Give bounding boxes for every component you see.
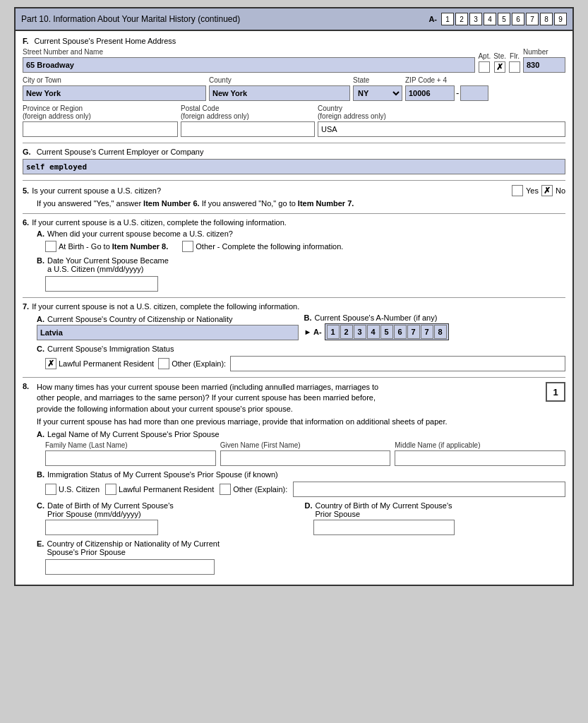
- country-input[interactable]: [318, 121, 565, 137]
- postal-input[interactable]: [181, 121, 315, 137]
- street-input[interactable]: [23, 57, 475, 73]
- q8-citizenship-input[interactable]: [45, 559, 215, 575]
- country-label: Country (foreign address only): [318, 104, 565, 120]
- zip-label: ZIP Code + 4: [405, 76, 565, 84]
- q6-a-label: A.: [37, 229, 44, 238]
- page-num-2[interactable]: 2: [455, 13, 468, 25]
- page-num-5[interactable]: 5: [498, 13, 510, 25]
- page-num-1[interactable]: 1: [441, 13, 454, 25]
- employer-input[interactable]: [23, 159, 565, 174]
- q7-lawful-label: Lawful Permanent Resident: [59, 359, 154, 368]
- given-name-input[interactable]: [220, 450, 391, 466]
- a-num-9[interactable]: 8: [434, 325, 447, 339]
- q5-item6-label: Item Number 6.: [143, 199, 199, 208]
- q8-b-label: B.: [37, 470, 44, 479]
- q8-a-section: A. Legal Name of My Current Spouse's Pri…: [37, 430, 565, 466]
- q8-e-section: E. Country of Citizenship or Nationality…: [37, 539, 565, 575]
- q6-text: If your current spouse is a U.S. citizen…: [32, 218, 287, 227]
- q7-lawful-checkbox[interactable]: [45, 358, 56, 369]
- section-f: F. Current Spouse's Present Home Address…: [23, 37, 565, 137]
- apt-checkbox[interactable]: [479, 61, 490, 73]
- apt-number-input[interactable]: [523, 57, 565, 73]
- q5-yes-checkbox[interactable]: [512, 185, 523, 196]
- q7-country-input[interactable]: [37, 325, 299, 340]
- city-label: City or Town: [23, 76, 206, 84]
- q6-number: 6.: [23, 218, 29, 227]
- q8-other-explain-label: Other (Explain):: [233, 485, 287, 494]
- q5-followup: If you answered "Yes," answer Item Numbe…: [37, 199, 565, 208]
- q6-other-label: Other - Complete the following informati…: [196, 242, 343, 251]
- q7-other-checkbox[interactable]: [158, 358, 169, 369]
- ste-checkbox[interactable]: [494, 61, 505, 73]
- q7-other-option: Other (Explain):: [158, 358, 226, 369]
- page-num-6[interactable]: 6: [512, 13, 524, 25]
- q8-note-text: If your current spouse has had more than…: [37, 417, 448, 426]
- province-label: Province or Region (foreign address only…: [23, 104, 178, 120]
- street-label: Street Number and Name: [23, 48, 475, 56]
- a-num-8[interactable]: 7: [421, 325, 433, 339]
- province-input[interactable]: [23, 121, 178, 137]
- q8-other-explain-input[interactable]: [293, 482, 565, 497]
- zip-input[interactable]: [405, 85, 455, 101]
- a-num-7[interactable]: 7: [407, 325, 420, 339]
- form-body: F. Current Spouse's Present Home Address…: [16, 31, 572, 585]
- question-8-row: 8. How many times has your current spous…: [23, 382, 565, 414]
- q7-ab-row: A. Current Spouse's Country of Citizensh…: [37, 313, 565, 340]
- flr-label: Flr.: [510, 52, 520, 60]
- q8-other-checkbox[interactable]: [220, 484, 231, 495]
- ste-label: Ste.: [493, 52, 506, 60]
- section-f-title: Current Spouse's Present Home Address: [35, 37, 176, 45]
- a-num-1[interactable]: 1: [327, 325, 340, 339]
- q7-other-explain-input[interactable]: [230, 356, 565, 371]
- q8-text1: How many times has your current spouse b…: [37, 383, 378, 391]
- q8-d-text: Country of Birth of My Current Spouse's …: [316, 501, 452, 518]
- family-name-input[interactable]: [45, 450, 216, 466]
- flr-checkbox[interactable]: [509, 61, 520, 73]
- a-num-3[interactable]: 3: [354, 325, 366, 339]
- q8-b-section: B. Immigration Status of My Current Spou…: [37, 470, 565, 497]
- q8-country-birth-input[interactable]: [313, 520, 455, 535]
- q5-number: 5.: [23, 186, 29, 195]
- question-5-row: 5. Is your current spouse a U.S. citizen…: [23, 185, 565, 196]
- zip-dash: -: [455, 88, 460, 101]
- county-input[interactable]: [209, 85, 350, 101]
- state-select[interactable]: NY: [353, 85, 402, 101]
- page-num-3[interactable]: 3: [469, 13, 482, 25]
- q8-e-text: Country of Citizenship or Nationality of…: [47, 539, 220, 556]
- title-text: Part 10. Information About Your Marital …: [21, 14, 196, 24]
- q8-d-label: D.: [305, 501, 313, 518]
- a-num-2[interactable]: 2: [340, 325, 353, 339]
- q8-a-text: Legal Name of My Current Spouse's Prior …: [47, 430, 220, 438]
- q6-date-input[interactable]: [45, 276, 158, 292]
- q7-other-label: Other (Explain):: [172, 359, 226, 368]
- q8-c-label: C.: [37, 501, 44, 518]
- page-num-9[interactable]: 9: [554, 13, 567, 25]
- apt-label: Apt.: [478, 52, 491, 60]
- form-title: Part 10. Information About Your Marital …: [21, 14, 240, 24]
- a-num-4[interactable]: 4: [367, 325, 380, 339]
- zip-plus-input[interactable]: [460, 85, 488, 101]
- city-input[interactable]: [23, 85, 206, 101]
- family-name-label: Family Name (Last Name): [45, 441, 216, 449]
- page-num-4[interactable]: 4: [484, 13, 496, 25]
- q5-no-checkbox[interactable]: [541, 185, 553, 196]
- a-num-5[interactable]: 5: [380, 325, 393, 339]
- middle-name-input[interactable]: [395, 450, 565, 466]
- q8-us-citizen-checkbox[interactable]: [45, 484, 56, 495]
- q7-c-section: C. Current Spouse's Immigration Status L…: [37, 345, 565, 371]
- q5-followup-middle: If you answered "No," go to: [202, 199, 298, 208]
- q6-a-section: A. When did your current spouse become a…: [37, 229, 565, 252]
- q6-other-checkbox[interactable]: [182, 241, 193, 252]
- page-num-8[interactable]: 8: [540, 13, 553, 25]
- q8-lawful-checkbox[interactable]: [105, 484, 116, 495]
- q5-yes-label: Yes: [526, 186, 539, 195]
- a-num-6[interactable]: 6: [394, 325, 407, 339]
- q6-at-birth-checkbox[interactable]: [45, 241, 56, 252]
- q5-item7-label: Item Number 7.: [298, 199, 354, 208]
- q8-c-text: Date of Birth of My Current Spouse's Pri…: [47, 501, 174, 518]
- q7-text: If your current spouse is not a U.S. cit…: [32, 302, 299, 311]
- page-num-7[interactable]: 7: [526, 13, 539, 25]
- q7-lawful-option: Lawful Permanent Resident: [45, 358, 154, 369]
- q8-text2: other people, and marriages to the same …: [37, 393, 376, 402]
- q8-dob-input[interactable]: [45, 520, 158, 535]
